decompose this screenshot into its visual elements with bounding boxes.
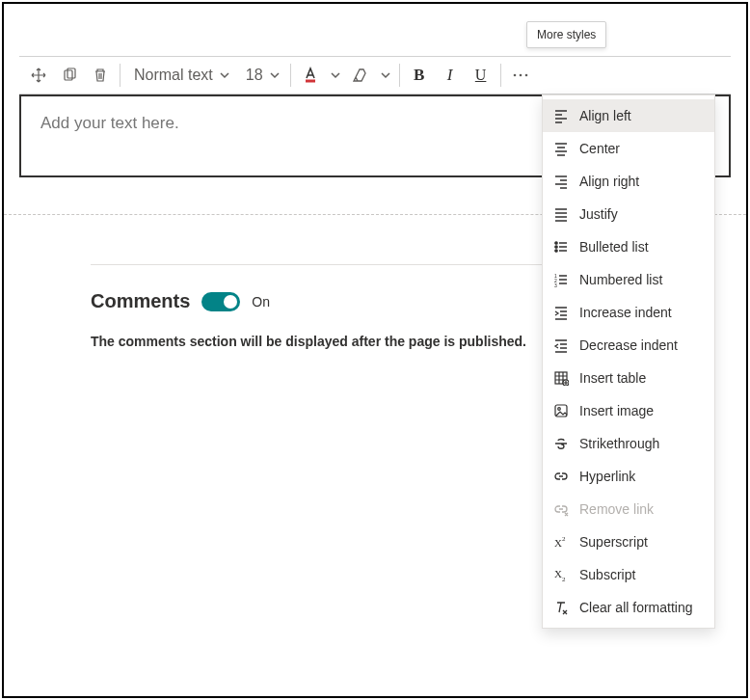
toolbar-separator <box>399 64 400 87</box>
text-style-value: Normal text <box>134 67 213 84</box>
copy-button[interactable] <box>54 60 85 91</box>
increase-indent-icon <box>552 304 570 321</box>
svg-text:3: 3 <box>554 283 557 287</box>
chevron-down-icon <box>269 69 281 81</box>
link-icon <box>552 468 570 485</box>
menu-label: Bulleted list <box>579 239 649 255</box>
align-center-icon <box>552 140 570 157</box>
menu-item-align-right[interactable]: Align right <box>543 165 714 198</box>
menu-label: Hyperlink <box>579 469 635 484</box>
menu-item-hyperlink[interactable]: Hyperlink <box>543 460 714 493</box>
menu-item-clear-formatting[interactable]: Clear all formatting <box>543 591 714 624</box>
menu-label: Remove link <box>579 501 654 517</box>
svg-point-4 <box>519 74 522 77</box>
toggle-knob <box>224 295 237 309</box>
subscript-icon: X2 <box>552 566 570 583</box>
align-left-icon <box>552 107 570 124</box>
table-icon <box>552 369 570 387</box>
menu-label: Insert table <box>579 370 646 386</box>
menu-label: Align right <box>579 174 639 189</box>
comments-title: Comments <box>91 290 190 312</box>
menu-item-subscript[interactable]: X2 Subscript <box>543 558 714 591</box>
menu-item-strikethrough[interactable]: Strikethrough <box>543 427 714 460</box>
text-style-dropdown[interactable]: Normal text <box>124 60 236 91</box>
svg-point-15 <box>558 408 561 411</box>
highlight-color-button[interactable] <box>345 60 376 91</box>
more-styles-button[interactable] <box>505 60 536 91</box>
menu-label: Align left <box>579 108 631 123</box>
font-color-chevron[interactable] <box>326 60 345 91</box>
tooltip-text: More styles <box>537 28 596 41</box>
menu-item-insert-image[interactable]: Insert image <box>543 394 714 427</box>
justify-icon <box>552 205 570 223</box>
bulleted-list-icon <box>552 238 570 256</box>
more-styles-tooltip: More styles <box>526 21 606 48</box>
more-styles-menu: Align left Center Align right Justify Bu… <box>542 94 715 629</box>
editor-placeholder: Add your text here. <box>40 114 179 132</box>
toolbar-separator <box>120 64 121 87</box>
strikethrough-icon <box>552 435 570 452</box>
svg-point-7 <box>555 246 557 248</box>
formatting-toolbar: Normal text 18 <box>19 56 731 94</box>
svg-point-8 <box>555 250 557 252</box>
menu-label: Numbered list <box>579 272 662 287</box>
svg-text:X: X <box>554 568 562 579</box>
font-size-dropdown[interactable]: 18 <box>236 60 286 91</box>
remove-link-icon <box>552 500 570 518</box>
svg-text:2: 2 <box>562 576 566 582</box>
italic-button[interactable]: I <box>435 60 466 91</box>
delete-button[interactable] <box>85 60 116 91</box>
comments-toggle-label: On <box>252 294 270 310</box>
menu-label: Clear all formatting <box>579 600 693 615</box>
svg-text:2: 2 <box>562 535 566 543</box>
svg-point-5 <box>524 74 527 77</box>
underline-button[interactable]: U <box>466 60 496 91</box>
clear-formatting-icon <box>552 599 570 616</box>
highlight-color-chevron[interactable] <box>376 60 395 91</box>
chevron-down-icon <box>219 69 230 81</box>
menu-item-superscript[interactable]: X2 Superscript <box>543 525 714 558</box>
comments-toggle[interactable] <box>201 292 240 311</box>
menu-label: Subscript <box>579 567 635 582</box>
menu-item-increase-indent[interactable]: Increase indent <box>543 296 714 329</box>
menu-item-justify[interactable]: Justify <box>543 198 714 230</box>
font-size-value: 18 <box>246 67 263 84</box>
menu-item-decrease-indent[interactable]: Decrease indent <box>543 329 714 362</box>
menu-item-remove-link: Remove link <box>543 493 714 525</box>
menu-label: Insert image <box>579 403 654 418</box>
toolbar-separator <box>500 64 501 87</box>
move-button[interactable] <box>23 60 54 91</box>
menu-label: Center <box>579 141 620 156</box>
toolbar-separator <box>290 64 291 87</box>
align-right-icon <box>552 173 570 190</box>
menu-item-bulleted-list[interactable]: Bulleted list <box>543 230 714 263</box>
svg-text:X: X <box>554 537 562 549</box>
menu-item-insert-table[interactable]: Insert table <box>543 362 714 394</box>
svg-point-3 <box>513 74 516 77</box>
font-color-button[interactable] <box>295 60 326 91</box>
menu-label: Decrease indent <box>579 337 678 353</box>
menu-item-numbered-list[interactable]: 123 Numbered list <box>543 263 714 296</box>
menu-label: Justify <box>579 206 618 222</box>
svg-point-6 <box>555 242 557 244</box>
menu-label: Increase indent <box>579 305 672 320</box>
image-icon <box>552 402 570 419</box>
superscript-icon: X2 <box>552 533 570 551</box>
bold-button[interactable]: B <box>404 60 435 91</box>
decrease-indent-icon <box>552 337 570 354</box>
menu-label: Superscript <box>579 534 648 550</box>
menu-item-center[interactable]: Center <box>543 132 714 165</box>
menu-label: Strikethrough <box>579 436 659 451</box>
menu-item-align-left[interactable]: Align left <box>543 99 714 132</box>
numbered-list-icon: 123 <box>552 271 570 288</box>
